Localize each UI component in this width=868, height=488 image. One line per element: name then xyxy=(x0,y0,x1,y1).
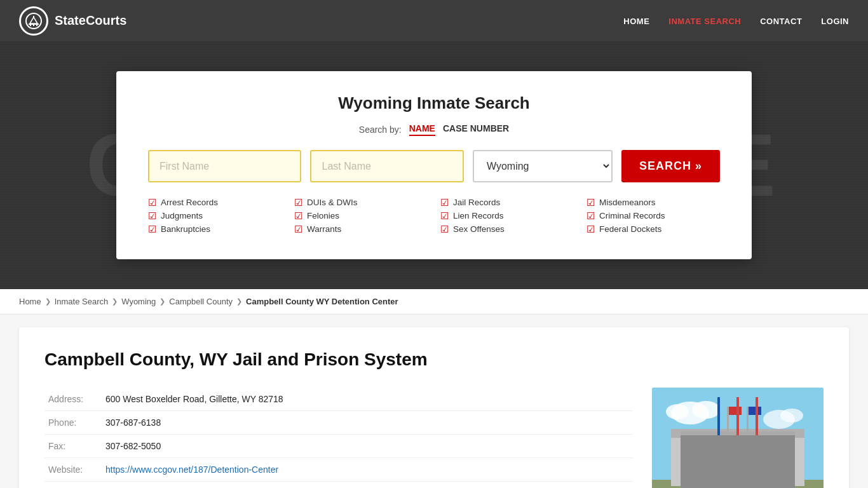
facebook-row: Facebook: https://www.facebook.com/Campb… xyxy=(44,482,633,489)
svg-rect-30 xyxy=(749,407,761,415)
svg-rect-18 xyxy=(741,442,754,453)
main-nav: HOME INMATE SEARCH CONTACT LOGIN xyxy=(623,15,849,27)
svg-point-8 xyxy=(692,401,720,419)
breadcrumb-sep-3: ❯ xyxy=(159,297,165,306)
phone-value: 307-687-6138 xyxy=(102,411,633,435)
check-misdemeanors: ☑ Misdemeanors xyxy=(587,198,720,207)
website-value: https://www.ccgov.net/187/Detention-Cent… xyxy=(102,458,633,482)
svg-rect-16 xyxy=(703,442,715,453)
info-table: Address: 600 West Boxelder Road, Gillett… xyxy=(44,388,633,488)
svg-rect-28 xyxy=(747,407,749,438)
address-value: 600 West Boxelder Road, Gillette, WY 827… xyxy=(102,388,633,411)
svg-rect-22 xyxy=(703,459,715,471)
check-duis-dwis: ☑ DUIs & DWIs xyxy=(294,198,428,207)
main-content: Campbell County, WY Jail and Prison Syst… xyxy=(0,315,868,488)
breadcrumb: Home ❯ Inmate Search ❯ Wyoming ❯ Campbel… xyxy=(0,289,868,315)
check-sex-offenses: ☑ Sex Offenses xyxy=(440,224,574,234)
last-name-input[interactable] xyxy=(310,150,463,182)
logo-area[interactable]: StateCourts xyxy=(19,6,126,36)
svg-rect-23 xyxy=(741,459,754,471)
breadcrumb-current: Campbell County WY Detention Center xyxy=(246,297,398,306)
header: StateCourts HOME INMATE SEARCH CONTACT L… xyxy=(0,0,868,41)
check-label-arrest: Arrest Records xyxy=(161,198,218,207)
check-label-jail: Jail Records xyxy=(453,198,500,207)
checkbox-icon-misdemeanors: ☑ xyxy=(587,198,595,207)
check-label-misdemeanors: Misdemeanors xyxy=(599,198,656,207)
tab-case-number[interactable]: CASE NUMBER xyxy=(443,123,509,136)
svg-rect-29 xyxy=(729,407,742,415)
nav-inmate-search[interactable]: INMATE SEARCH xyxy=(668,17,741,26)
nav-contact[interactable]: CONTACT xyxy=(760,17,802,26)
search-card-title: Wyoming Inmate Search xyxy=(148,93,720,113)
breadcrumb-wyoming[interactable]: Wyoming xyxy=(121,297,156,306)
first-name-input[interactable] xyxy=(148,150,301,182)
svg-rect-21 xyxy=(684,459,696,471)
svg-rect-24 xyxy=(760,459,773,471)
content-title: Campbell County, WY Jail and Prison Syst… xyxy=(44,349,824,370)
checkbox-icon-arrest: ☑ xyxy=(148,198,156,207)
svg-rect-14 xyxy=(671,429,804,438)
checkboxes-grid: ☑ Arrest Records ☑ DUIs & DWIs ☑ Jail Re… xyxy=(148,198,720,234)
checkbox-icon-jail: ☑ xyxy=(440,198,449,207)
breadcrumb-inmate-search[interactable]: Inmate Search xyxy=(55,297,109,306)
check-lien-records: ☑ Lien Records xyxy=(440,211,574,220)
check-jail-records: ☑ Jail Records xyxy=(440,198,574,207)
search-button[interactable]: SEARCH » xyxy=(621,150,720,182)
search-inputs-row: Wyoming Alabama Alaska Arizona Californi… xyxy=(148,150,720,182)
checkbox-icon-felonies: ☑ xyxy=(294,211,302,220)
svg-rect-3 xyxy=(30,24,31,26)
nav-home[interactable]: HOME xyxy=(623,17,649,26)
check-label-duis: DUIs & DWIs xyxy=(307,198,358,207)
check-label-felonies: Felonies xyxy=(307,211,339,220)
checkbox-icon-lien: ☑ xyxy=(440,211,449,220)
breadcrumb-sep-2: ❯ xyxy=(112,297,118,306)
check-label-federal: Federal Dockets xyxy=(599,224,661,234)
breadcrumb-home[interactable]: Home xyxy=(19,297,41,306)
website-label: Website: xyxy=(44,458,102,482)
checkbox-icon-criminal: ☑ xyxy=(587,211,595,220)
breadcrumb-sep-4: ❯ xyxy=(236,297,242,306)
check-label-bankruptcies: Bankruptcies xyxy=(161,224,210,234)
svg-rect-5 xyxy=(36,24,37,26)
logo-text: StateCourts xyxy=(55,13,126,28)
logo-icon xyxy=(19,6,48,36)
check-federal-dockets: ☑ Federal Dockets xyxy=(587,224,720,234)
content-layout: Address: 600 West Boxelder Road, Gillett… xyxy=(44,388,824,488)
checkbox-icon-bankruptcies: ☑ xyxy=(148,224,156,234)
check-criminal-records: ☑ Criminal Records xyxy=(587,211,720,220)
checkbox-icon-judgments: ☑ xyxy=(148,211,156,220)
check-bankruptcies: ☑ Bankruptcies xyxy=(148,224,281,234)
building-photo xyxy=(652,388,824,488)
facebook-label: Facebook: xyxy=(44,482,102,489)
check-judgments: ☑ Judgments xyxy=(148,211,281,220)
check-label-criminal: Criminal Records xyxy=(599,211,665,220)
website-link[interactable]: https://www.ccgov.net/187/Detention-Cent… xyxy=(105,464,278,475)
breadcrumb-campbell-county[interactable]: Campbell County xyxy=(169,297,233,306)
checkbox-icon-sex-offenses: ☑ xyxy=(440,224,449,234)
nav-login[interactable]: LOGIN xyxy=(821,17,849,26)
svg-rect-26 xyxy=(722,459,754,480)
svg-rect-25 xyxy=(779,459,792,471)
svg-rect-17 xyxy=(722,442,735,453)
search-card: Wyoming Inmate Search Search by: NAME CA… xyxy=(116,71,752,259)
checkbox-icon-duis: ☑ xyxy=(294,198,302,207)
tab-name[interactable]: NAME xyxy=(409,123,435,136)
breadcrumb-sep-1: ❯ xyxy=(45,297,51,306)
svg-rect-4 xyxy=(33,24,34,26)
content-card: Campbell County, WY Jail and Prison Syst… xyxy=(19,327,849,488)
address-label: Address: xyxy=(44,388,102,411)
svg-rect-19 xyxy=(760,442,773,453)
state-select[interactable]: Wyoming Alabama Alaska Arizona Californi… xyxy=(473,150,613,182)
check-warrants: ☑ Warrants xyxy=(294,224,428,234)
fax-label: Fax: xyxy=(44,435,102,458)
check-label-lien: Lien Records xyxy=(453,211,504,220)
check-felonies: ☑ Felonies xyxy=(294,211,428,220)
checkbox-icon-warrants: ☑ xyxy=(294,224,302,234)
search-by-row: Search by: NAME CASE NUMBER xyxy=(148,123,720,136)
check-label-warrants: Warrants xyxy=(307,224,341,234)
content-info: Address: 600 West Boxelder Road, Gillett… xyxy=(44,388,633,488)
facebook-value: https://www.facebook.com/Campbell-County… xyxy=(102,482,633,489)
checkbox-icon-federal: ☑ xyxy=(587,224,595,234)
search-by-label: Search by: xyxy=(359,125,402,135)
svg-rect-13 xyxy=(671,435,804,486)
